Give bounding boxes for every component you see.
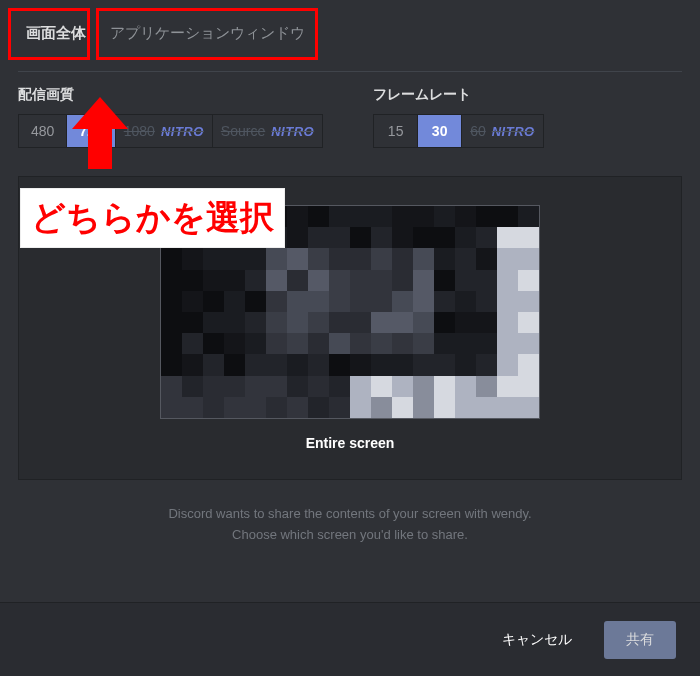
fps-label: フレームレート [373, 86, 544, 104]
fps-15[interactable]: 15 [374, 115, 418, 147]
fps-60-text: 60 [470, 123, 486, 139]
divider [18, 71, 682, 72]
quality-source-nitro[interactable]: Source NITRO [213, 115, 322, 147]
fps-60-nitro[interactable]: 60 NITRO [462, 115, 543, 147]
quality-segmented: 480 720 1080 NITRO Source NITRO [18, 114, 323, 148]
quality-1080-nitro[interactable]: 1080 NITRO [116, 115, 213, 147]
share-button[interactable]: 共有 [604, 621, 676, 659]
fps-30[interactable]: 30 [418, 115, 462, 147]
help-text: Discord wants to share the contents of y… [18, 504, 682, 546]
fps-segmented: 15 30 60 NITRO [373, 114, 544, 148]
quality-480[interactable]: 480 [19, 115, 67, 147]
preview-caption: Entire screen [79, 435, 621, 451]
quality-source-text: Source [221, 123, 265, 139]
nitro-badge-icon: NITRO [271, 124, 314, 139]
tab-entire-screen[interactable]: 画面全体 [18, 18, 94, 49]
help-line-1: Discord wants to share the contents of y… [18, 504, 682, 525]
preview-area: Entire screen [18, 176, 682, 480]
quality-label: 配信画質 [18, 86, 323, 104]
cancel-button[interactable]: キャンセル [480, 621, 594, 659]
nitro-badge-icon: NITRO [492, 124, 535, 139]
quality-1080-text: 1080 [124, 123, 155, 139]
source-tabs: 画面全体 アプリケーションウィンドウ [18, 18, 682, 49]
tab-application-window[interactable]: アプリケーションウィンドウ [102, 18, 313, 49]
help-line-2: Choose which screen you'd like to share. [18, 525, 682, 546]
quality-720[interactable]: 720 [67, 115, 115, 147]
footer: キャンセル 共有 [0, 602, 700, 676]
nitro-badge-icon: NITRO [161, 124, 204, 139]
screen-thumbnail[interactable] [160, 205, 540, 419]
